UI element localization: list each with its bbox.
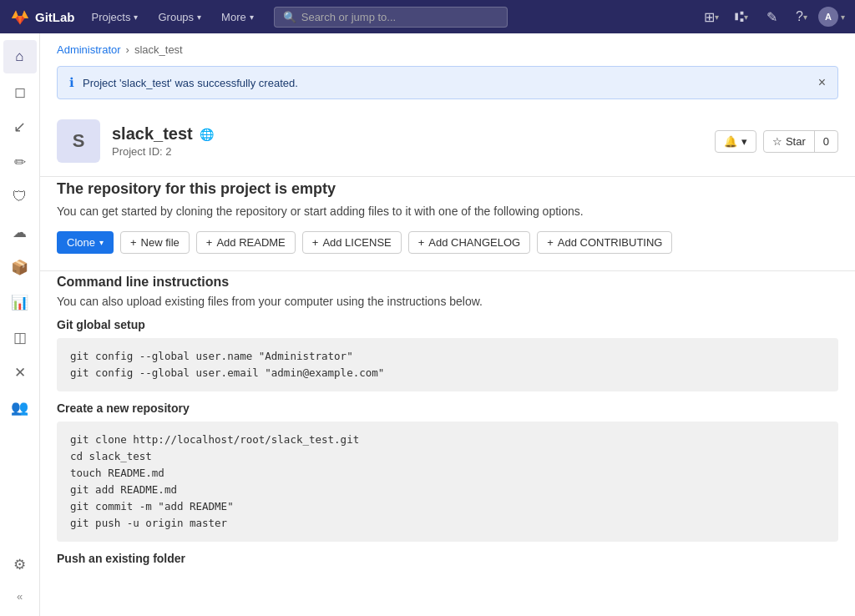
star-label[interactable]: ☆ Star [764,131,815,152]
breadcrumb-current: slack_test [134,43,183,56]
groups-icon: 👥 [11,399,28,417]
breadcrumb: Administrator › slack_test [40,33,855,63]
sidebar-item-groups[interactable]: 👥 [3,391,37,424]
action-buttons: Clone ▾ + New file + Add README + Add LI… [57,231,838,254]
issues-nav-button[interactable]: ✎ [758,3,785,30]
merge-requests-nav-button[interactable]: ⑆ ▾ [728,3,755,30]
breadcrumb-separator: › [126,43,129,56]
new-repo-code: git clone http://localhost/root/slack_te… [57,422,838,542]
sidebar: ⌂ ◻ ↙ ✏ 🛡 ☁ 📦 📊 ◫ ✕ 👥 [0,33,40,616]
sidebar-item-security[interactable]: 🛡 [3,180,37,214]
globe-icon: 🌐 [200,128,214,141]
project-info: slack_test 🌐 Project ID: 2 [112,124,214,158]
user-avatar-button[interactable]: A ▾ [818,3,845,30]
notification-button[interactable]: 🔔 ▾ [715,130,756,153]
new-file-button[interactable]: + New file [120,231,190,254]
help-button[interactable]: ? ▾ [788,3,815,30]
bell-icon: 🔔 [724,135,737,148]
add-changelog-button[interactable]: + Add CHANGELOG [408,231,530,254]
sidebar-bottom: ⚙ « [3,548,37,609]
add-contributing-plus-icon: + [547,236,554,249]
top-nav: GitLab Projects ▾ Groups ▾ More ▾ 🔍 ⊞ ▾ … [0,0,855,33]
plus-icon: ⊞ [704,9,715,25]
home-icon: ⌂ [15,48,23,65]
brand-label: GitLab [35,10,75,24]
sidebar-item-environments[interactable]: ☁ [3,215,37,249]
expand-icon: « [17,590,23,603]
help-icon: ? [796,9,803,24]
empty-repo-description: You can get started by cloning the repos… [57,204,838,218]
issues-sidebar-icon: ◻ [14,83,26,101]
search-input[interactable] [301,11,498,23]
sidebar-expand-button[interactable]: « [3,583,37,609]
settings-icon: ⚙ [13,556,26,573]
user-caret-icon: ▾ [841,13,845,22]
star-icon: ☆ [772,135,782,148]
add-changelog-plus-icon: + [418,236,425,249]
star-button[interactable]: ☆ Star 0 [763,130,838,153]
project-name: slack_test 🌐 [112,124,214,144]
notification-caret-icon: ▾ [741,135,747,148]
empty-repo-heading: The repository for this project is empty [57,180,838,198]
search-icon: 🔍 [283,11,296,23]
sidebar-item-issues[interactable]: ◻ [3,75,37,109]
new-file-plus-icon: + [130,236,137,249]
cloud-icon: ☁ [13,224,27,241]
gitlab-fox-icon [10,7,30,27]
avatar: A [818,7,838,27]
help-caret-icon: ▾ [803,13,807,22]
clone-button[interactable]: Clone ▾ [57,231,114,254]
empty-repo-section: The repository for this project is empty… [40,180,855,267]
mr-caret-icon: ▾ [744,13,748,22]
sidebar-item-merge-requests[interactable]: ↙ [3,110,37,144]
package-icon: 📦 [11,259,28,276]
merge-sidebar-icon: ↙ [13,118,26,136]
projects-caret-icon: ▾ [134,13,138,22]
search-bar[interactable]: 🔍 [274,7,508,28]
project-avatar: S [57,119,100,163]
sidebar-item-analytics[interactable]: 📊 [3,285,37,319]
operations-icon: ✕ [14,364,26,381]
new-repo-heading: Create a new repository [57,401,838,415]
project-header-left: S slack_test 🌐 Project ID: 2 [57,119,214,163]
global-setup-heading: Git global setup [57,318,838,331]
new-caret-icon: ▾ [715,13,719,22]
shield-icon: 🛡 [13,189,27,205]
project-id: Project ID: 2 [112,145,214,158]
todos-icon: ✏ [14,154,26,171]
sidebar-item-todos[interactable]: ✏ [3,145,37,179]
more-menu[interactable]: More ▾ [215,8,261,27]
sidebar-item-home[interactable]: ⌂ [3,40,37,73]
project-header: S slack_test 🌐 Project ID: 2 🔔 ▾ ☆ [40,109,855,173]
new-item-button[interactable]: ⊞ ▾ [698,3,725,30]
sidebar-item-snippets[interactable]: ◫ [3,321,37,354]
clone-caret-icon: ▾ [99,238,104,247]
success-alert: ℹ Project 'slack_test' was successfully … [57,66,838,99]
main-content: Administrator › slack_test ℹ Project 'sl… [40,33,855,616]
sidebar-item-operations[interactable]: ✕ [3,356,37,389]
cli-description: You can also upload existing files from … [57,295,838,308]
add-readme-button[interactable]: + Add README [196,231,296,254]
issues-icon: ✎ [766,9,777,25]
sidebar-item-settings[interactable]: ⚙ [3,548,37,581]
cli-heading: Command line instructions [57,275,838,290]
add-license-plus-icon: + [312,236,319,249]
global-setup-code: git config --global user.name "Administr… [57,338,838,391]
gitlab-logo[interactable]: GitLab [10,7,75,27]
breadcrumb-parent[interactable]: Administrator [57,43,121,56]
nav-icons: ⊞ ▾ ⑆ ▾ ✎ ? ▾ A ▾ [698,3,845,30]
groups-menu[interactable]: Groups ▾ [151,8,208,27]
app-body: ⌂ ◻ ↙ ✏ 🛡 ☁ 📦 📊 ◫ ✕ 👥 [0,33,855,616]
star-count: 0 [815,131,837,152]
alert-message: Project 'slack_test' was successfully cr… [83,77,298,89]
sidebar-item-packages[interactable]: 📦 [3,250,37,284]
add-contributing-button[interactable]: + Add CONTRIBUTING [537,231,672,254]
chart-icon: 📊 [11,294,28,311]
add-license-button[interactable]: + Add LICENSE [302,231,402,254]
push-folder-heading: Push an existing folder [57,552,838,565]
alert-close-button[interactable]: × [818,75,826,90]
projects-menu[interactable]: Projects ▾ [85,8,145,27]
project-actions: 🔔 ▾ ☆ Star 0 [715,130,838,153]
merge-icon: ⑆ [735,8,744,26]
info-icon: ℹ [69,75,74,90]
